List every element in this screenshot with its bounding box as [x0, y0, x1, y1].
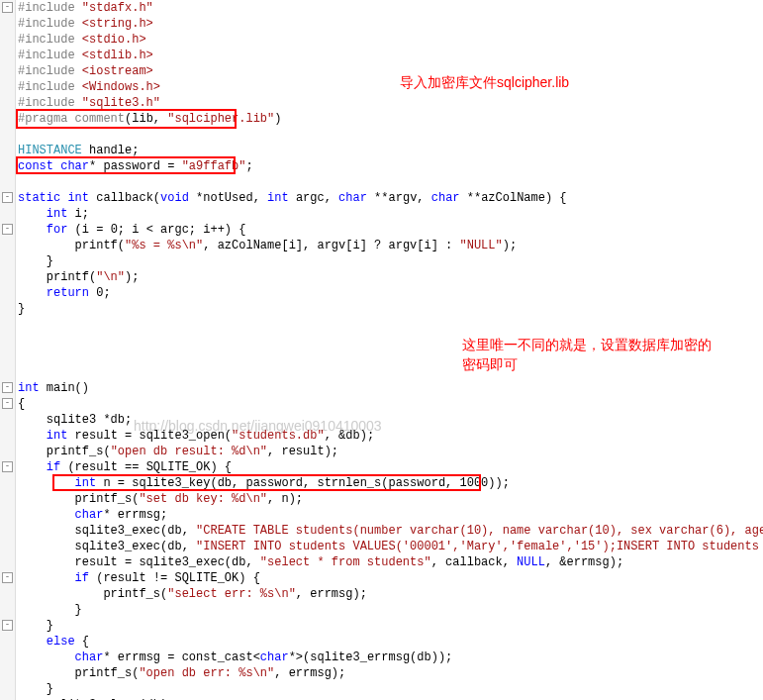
code-line[interactable] — [18, 317, 763, 333]
code-line[interactable]: { — [18, 396, 763, 412]
code-line[interactable]: HINSTANCE handle; — [18, 143, 763, 158]
code-line[interactable]: char* errmsg; — [18, 507, 763, 523]
code-line[interactable]: #include <Windows.h> — [18, 79, 763, 95]
code-line[interactable]: if (result == SQLITE_OK) { — [18, 459, 763, 475]
code-line[interactable] — [18, 333, 763, 349]
code-line[interactable]: sqlite3_exec(db, "INSERT INTO students V… — [18, 539, 763, 554]
code-line[interactable]: for (i = 0; i < argc; i++) { — [18, 222, 763, 238]
code-line[interactable]: printf("\n"); — [18, 269, 763, 285]
code-line[interactable]: #pragma comment(lib, "sqlcipher.lib") — [18, 111, 763, 127]
code-content[interactable]: #include "stdafx.h" #include <string.h> … — [18, 0, 763, 700]
code-line[interactable]: static int callback(void *notUsed, int a… — [18, 190, 763, 206]
code-line[interactable]: } — [18, 602, 763, 618]
code-editor[interactable]: - - - - - - - - http://blog.csdn.net/jia… — [0, 0, 763, 700]
code-line[interactable] — [18, 127, 763, 143]
fold-icon[interactable]: - — [2, 398, 13, 409]
code-line[interactable]: #include <stdlib.h> — [18, 48, 763, 63]
code-line[interactable]: result = sqlite3_exec(db, "select * from… — [18, 554, 763, 570]
fold-icon[interactable]: - — [2, 572, 13, 583]
fold-icon[interactable]: - — [2, 192, 13, 203]
code-line[interactable]: int main() — [18, 380, 763, 396]
code-line[interactable]: int n = sqlite3_key(db, password, strnle… — [18, 475, 763, 491]
fold-icon[interactable]: - — [2, 620, 13, 631]
code-line[interactable]: printf_s("set db key: %d\n", n); — [18, 491, 763, 507]
code-line[interactable]: printf_s("open db err: %s\n", errmsg); — [18, 665, 763, 681]
code-line[interactable]: return 0; — [18, 285, 763, 301]
code-line[interactable]: } — [18, 253, 763, 269]
code-line[interactable]: printf("%s = %s\n", azColName[i], argv[i… — [18, 238, 763, 253]
code-line[interactable]: sqlite3 *db; — [18, 412, 763, 428]
code-line[interactable]: #include <stdio.h> — [18, 32, 763, 48]
fold-icon[interactable]: - — [2, 224, 13, 235]
code-line[interactable]: int result = sqlite3_open("students.db",… — [18, 428, 763, 444]
fold-gutter: - - - - - - - - — [0, 0, 16, 700]
fold-icon[interactable]: - — [2, 2, 13, 13]
code-line[interactable]: #include "sqlite3.h" — [18, 95, 763, 111]
code-line[interactable]: #include <string.h> — [18, 16, 763, 32]
fold-icon[interactable]: - — [2, 461, 13, 472]
code-line[interactable] — [18, 364, 763, 380]
code-line[interactable]: char* errmsg = const_cast<char*>(sqlite3… — [18, 650, 763, 665]
code-line[interactable]: } — [18, 618, 763, 634]
fold-icon[interactable]: - — [2, 382, 13, 393]
code-line[interactable]: const char* password = "a9ffafb"; — [18, 158, 763, 174]
code-line[interactable]: sqlite3_exec(db, "CREATE TABLE students(… — [18, 523, 763, 539]
code-line[interactable]: else { — [18, 634, 763, 650]
code-line[interactable] — [18, 349, 763, 364]
code-line[interactable]: #include <iostream> — [18, 63, 763, 79]
code-line[interactable]: } — [18, 681, 763, 697]
code-line[interactable]: int i; — [18, 206, 763, 222]
code-line[interactable]: printf_s("select err: %s\n", errmsg); — [18, 586, 763, 602]
code-line[interactable] — [18, 174, 763, 190]
code-line[interactable]: printf_s("open db result: %d\n", result)… — [18, 444, 763, 459]
code-line[interactable]: } — [18, 301, 763, 317]
code-line[interactable]: #include "stdafx.h" — [18, 0, 763, 16]
code-line[interactable]: if (result != SQLITE_OK) { — [18, 570, 763, 586]
